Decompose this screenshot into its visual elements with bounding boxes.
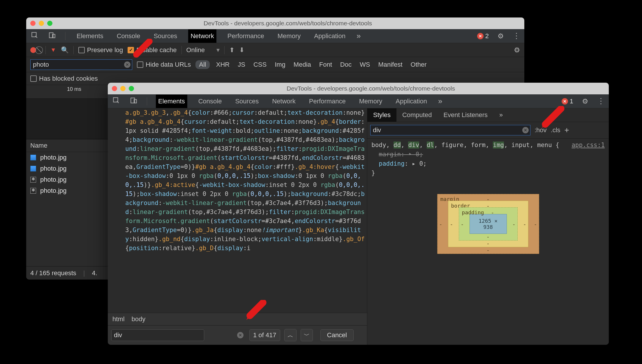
network-settings-icon[interactable]: ⚙ xyxy=(514,46,520,54)
find-bar: ✕ 1 of 417 ︿ ﹀ Cancel xyxy=(108,325,367,345)
more-tabs-icon[interactable]: » xyxy=(357,31,361,40)
filter-doc[interactable]: Doc xyxy=(338,60,353,69)
annotation-arrow xyxy=(540,106,566,133)
minimize-icon[interactable] xyxy=(39,21,44,26)
clear-filter-icon[interactable]: ✕ xyxy=(124,61,130,68)
panel-tab-bar: Elements Console Sources Network Perform… xyxy=(108,94,609,108)
titlebar: DevTools - developers.google.com/web/too… xyxy=(26,17,524,29)
styles-tab-bar: Styles Computed Event Listeners » xyxy=(367,108,609,122)
tab-memory[interactable]: Memory xyxy=(275,29,303,43)
filter-other[interactable]: Other xyxy=(409,60,428,69)
device-toolbar-icon[interactable] xyxy=(48,31,57,41)
tab-network[interactable]: Network xyxy=(188,29,216,43)
find-count: 1 of 417 xyxy=(249,329,280,341)
box-model-content: 1265 × 938 xyxy=(470,214,507,234)
network-toolbar: ⃠ ▼ 🔍 Preserve log Disable cache Online … xyxy=(26,43,524,57)
error-count[interactable]: ✕1 xyxy=(562,98,573,105)
image-file-icon xyxy=(30,166,36,172)
error-count[interactable]: ✕2 xyxy=(477,32,489,40)
styles-tab-styles[interactable]: Styles xyxy=(367,108,396,122)
filter-js[interactable]: JS xyxy=(236,60,247,69)
tab-elements[interactable]: Elements xyxy=(74,29,106,43)
window-title: DevTools - developers.google.com/web/too… xyxy=(137,85,605,92)
filter-media[interactable]: Media xyxy=(292,60,313,69)
annotation-arrow xyxy=(131,39,157,66)
styles-filter-row: ✕ :hov .cls + xyxy=(367,122,609,139)
styles-tab-eventlisteners[interactable]: Event Listeners xyxy=(438,108,493,122)
rule-source-link[interactable]: app.css:1 xyxy=(572,140,605,150)
maximize-icon[interactable] xyxy=(47,21,52,26)
filter-manifest[interactable]: Manifest xyxy=(376,60,404,69)
settings-icon[interactable]: ⚙ xyxy=(582,97,588,105)
annotation-arrow xyxy=(245,300,271,327)
styles-pane: Styles Computed Event Listeners » ✕ :hov… xyxy=(367,108,609,345)
css-prop-padding[interactable]: padding: ▸ 0; xyxy=(379,160,426,167)
filter-ws[interactable]: WS xyxy=(358,60,372,69)
styles-filter-input[interactable] xyxy=(370,125,530,135)
source-viewer[interactable]: a.gb_3.gb_3,.gb_4{color:#666;cursor:defa… xyxy=(108,108,367,313)
find-next-icon[interactable]: ﹀ xyxy=(301,329,313,341)
find-input[interactable] xyxy=(111,329,204,341)
device-toolbar-icon[interactable] xyxy=(129,97,138,106)
record-icon[interactable] xyxy=(30,47,36,53)
titlebar: DevTools - developers.google.com/web/too… xyxy=(108,83,609,94)
filter-input[interactable] xyxy=(30,59,132,70)
tab-network[interactable]: Network xyxy=(270,95,298,108)
kebab-icon[interactable]: ⋮ xyxy=(597,97,605,106)
service-worker-icon xyxy=(30,188,36,194)
tab-performance[interactable]: Performance xyxy=(225,29,267,43)
tab-sources[interactable]: Sources xyxy=(233,95,261,108)
more-tabs-icon[interactable]: » xyxy=(438,97,442,106)
styles-tab-computed[interactable]: Computed xyxy=(396,108,438,122)
minimize-icon[interactable] xyxy=(120,86,126,91)
kebab-icon[interactable]: ⋮ xyxy=(513,31,520,40)
dom-breadcrumb[interactable]: html body xyxy=(108,313,367,325)
maximize-icon[interactable] xyxy=(129,86,134,91)
filter-row: ✕ Hide data URLs All XHR JS CSS Img Medi… xyxy=(26,57,524,72)
tab-application[interactable]: Application xyxy=(312,29,348,43)
filter-css[interactable]: CSS xyxy=(252,60,268,69)
more-tabs-icon[interactable]: » xyxy=(493,108,509,122)
window-title: DevTools - developers.google.com/web/too… xyxy=(55,20,520,27)
filter-xhr[interactable]: XHR xyxy=(214,60,231,69)
clear-find-icon[interactable]: ✕ xyxy=(237,332,244,338)
upload-icon[interactable]: ⬆ xyxy=(229,46,234,54)
tab-performance[interactable]: Performance xyxy=(307,95,348,108)
search-icon[interactable]: 🔍 xyxy=(61,46,69,54)
styles-source-code: a.gb_3.gb_3,.gb_4{color:#666;cursor:defa… xyxy=(108,108,367,253)
filter-img[interactable]: Img xyxy=(273,60,287,69)
tab-memory[interactable]: Memory xyxy=(357,95,385,108)
devtools-window-elements[interactable]: DevTools - developers.google.com/web/too… xyxy=(108,83,609,345)
download-icon[interactable]: ⬇ xyxy=(239,46,244,54)
find-prev-icon[interactable]: ︿ xyxy=(284,329,297,341)
close-icon[interactable] xyxy=(112,86,117,91)
filter-font[interactable]: Font xyxy=(318,60,334,69)
breadcrumb-body[interactable]: body xyxy=(132,315,146,323)
clear-styles-filter-icon[interactable]: ✕ xyxy=(522,127,529,133)
inspect-icon[interactable] xyxy=(30,31,39,41)
filter-icon[interactable]: ▼ xyxy=(50,47,56,53)
panel-tab-bar: Elements Console Sources Network Perform… xyxy=(26,29,524,43)
close-icon[interactable] xyxy=(30,21,36,26)
find-cancel-button[interactable]: Cancel xyxy=(320,329,354,341)
tab-elements[interactable]: Elements xyxy=(156,95,187,108)
service-worker-icon xyxy=(30,177,36,183)
image-file-icon xyxy=(30,155,36,160)
rule-selector: body, dd, div, dl, figure, form, img, in… xyxy=(371,142,559,149)
box-model-diagram[interactable]: margin - - - - border - - - - padding - … xyxy=(437,194,539,254)
css-prop-margin[interactable]: margin: ‣ 0; xyxy=(379,151,423,158)
css-rule[interactable]: app.css:1 body, dd, div, dl, figure, for… xyxy=(367,139,609,179)
tab-console[interactable]: Console xyxy=(196,95,224,108)
inspect-icon[interactable] xyxy=(112,97,121,106)
settings-icon[interactable]: ⚙ xyxy=(498,32,504,40)
preserve-log-checkbox[interactable]: Preserve log xyxy=(78,46,123,54)
has-blocked-cookies-checkbox[interactable]: Has blocked cookies xyxy=(30,75,98,82)
throttling-select[interactable]: Online ▾ xyxy=(186,46,220,54)
filter-all[interactable]: All xyxy=(195,60,209,69)
tab-application[interactable]: Application xyxy=(393,95,429,108)
breadcrumb-html[interactable]: html xyxy=(112,315,125,323)
